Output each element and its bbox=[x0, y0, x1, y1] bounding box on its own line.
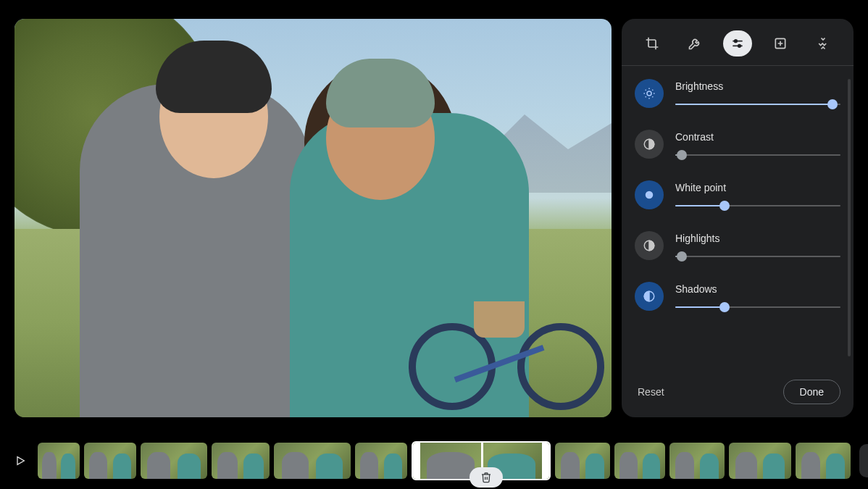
tab-filters[interactable] bbox=[766, 30, 795, 57]
tab-tools[interactable] bbox=[680, 30, 709, 57]
adjustment-row: Shadows bbox=[635, 282, 840, 312]
timeline-clip[interactable] bbox=[729, 443, 791, 479]
adjustment-slider[interactable] bbox=[675, 201, 840, 211]
svg-line-12 bbox=[646, 96, 646, 97]
highlights-icon[interactable] bbox=[635, 231, 664, 260]
adjustment-body: Shadows bbox=[675, 282, 840, 312]
svg-point-5 bbox=[647, 91, 651, 96]
adjustment-body: White point bbox=[675, 180, 840, 211]
done-button[interactable]: Done bbox=[783, 380, 840, 404]
timeline-clip[interactable] bbox=[38, 443, 80, 479]
preview-image[interactable] bbox=[14, 19, 612, 417]
clip-strip[interactable] bbox=[38, 441, 851, 480]
photo-editor-app: BrightnessContrastWhite pointHighlightsS… bbox=[0, 0, 868, 489]
tool-tabs bbox=[622, 19, 854, 66]
adjustment-slider[interactable] bbox=[675, 150, 840, 160]
adjustment-slider[interactable] bbox=[675, 302, 840, 312]
tools-icon bbox=[688, 36, 702, 51]
timeline-clip[interactable] bbox=[614, 443, 665, 479]
timeline-clip[interactable] bbox=[212, 443, 270, 479]
tab-markup[interactable] bbox=[809, 30, 838, 57]
adjustment-body: Contrast bbox=[675, 130, 840, 160]
adjustment-label: White point bbox=[675, 182, 840, 193]
timeline-clip[interactable] bbox=[274, 443, 351, 479]
timeline-clip[interactable] bbox=[669, 443, 725, 479]
adjustment-slider[interactable] bbox=[675, 99, 840, 109]
svg-point-3 bbox=[738, 45, 741, 48]
preview-decor bbox=[326, 59, 435, 128]
svg-marker-18 bbox=[17, 457, 24, 465]
preview-decor bbox=[156, 41, 272, 113]
svg-line-13 bbox=[652, 90, 653, 91]
trash-icon bbox=[480, 472, 492, 483]
adjustment-row: Contrast bbox=[635, 130, 840, 160]
adjustment-row: Brightness bbox=[635, 79, 840, 109]
timeline-clip[interactable] bbox=[555, 443, 610, 479]
tab-adjust[interactable] bbox=[723, 30, 752, 57]
adjustment-label: Contrast bbox=[675, 131, 840, 143]
tab-crop[interactable] bbox=[638, 30, 667, 57]
timeline bbox=[0, 432, 868, 489]
timeline-clip[interactable] bbox=[355, 443, 407, 479]
svg-point-2 bbox=[735, 40, 738, 43]
adjustment-label: Brightness bbox=[675, 80, 840, 92]
reset-button[interactable]: Reset bbox=[635, 380, 667, 404]
svg-line-9 bbox=[652, 96, 653, 97]
markup-icon bbox=[816, 36, 830, 51]
timeline-clip[interactable] bbox=[84, 443, 136, 479]
filters-icon bbox=[773, 36, 788, 51]
adjustment-label: Highlights bbox=[675, 233, 840, 244]
delete-clip-button[interactable] bbox=[470, 467, 503, 488]
whitepoint-icon[interactable] bbox=[635, 180, 664, 209]
adjustment-row: Highlights bbox=[635, 231, 840, 262]
svg-point-15 bbox=[646, 191, 654, 199]
crop-icon bbox=[645, 36, 659, 51]
adjustment-body: Brightness bbox=[675, 79, 840, 109]
play-icon bbox=[14, 455, 26, 467]
adjustment-label: Shadows bbox=[675, 283, 840, 295]
adjustment-slider[interactable] bbox=[675, 251, 840, 262]
scrollbar[interactable] bbox=[848, 79, 851, 356]
contrast-icon[interactable] bbox=[635, 130, 664, 159]
panel-footer: Reset Done bbox=[622, 369, 854, 417]
preview-decor bbox=[409, 280, 583, 410]
shadows-icon[interactable] bbox=[635, 282, 664, 311]
svg-line-8 bbox=[646, 90, 646, 91]
timeline-clip[interactable] bbox=[141, 443, 207, 479]
edit-panel: BrightnessContrastWhite pointHighlightsS… bbox=[622, 19, 854, 417]
adjust-icon bbox=[730, 36, 745, 51]
timeline-clip[interactable] bbox=[796, 443, 851, 479]
brightness-icon[interactable] bbox=[635, 79, 664, 108]
adjustment-row: White point bbox=[635, 180, 840, 211]
play-button[interactable] bbox=[10, 451, 30, 471]
adjustment-body: Highlights bbox=[675, 231, 840, 262]
adjustment-list: BrightnessContrastWhite pointHighlightsS… bbox=[622, 66, 854, 369]
add-clip-button[interactable] bbox=[859, 444, 868, 477]
